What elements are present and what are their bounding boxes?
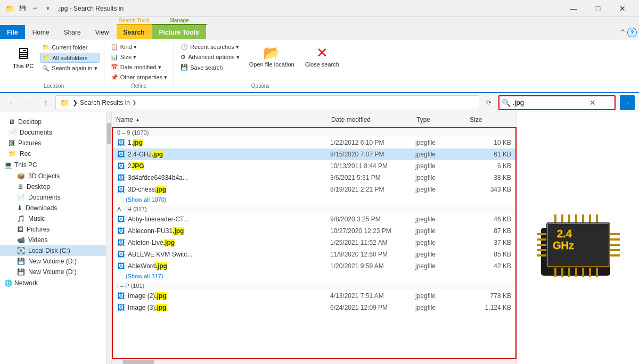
file-icon: 🖼	[117, 303, 125, 312]
file-size: 778 KB	[469, 292, 511, 300]
file-type: jpegfile	[415, 251, 469, 258]
file-name-cell: 🖼 AbleWord.jpg	[117, 262, 330, 270]
address-bar[interactable]: 📁 ❯ Search Results in ❯	[55, 95, 479, 110]
file-date: 9/15/2020 7:07 PM	[330, 151, 415, 158]
table-row[interactable]: 🖼 1.jpg 1/22/2012 6:10 PM jpegfile 10 KB	[113, 137, 515, 148]
undo-icon[interactable]: ↩	[30, 3, 40, 14]
h-scroll-thumb[interactable]	[122, 360, 154, 364]
kind-button[interactable]: 📋 Kind ▾	[109, 43, 170, 52]
sidebar-item-desktop[interactable]: 🖥 Desktop	[0, 117, 106, 127]
size-button[interactable]: 📊 Size ▾	[109, 53, 170, 62]
all-subfolders-button[interactable]: 📁 All subfolders	[40, 53, 100, 63]
table-row[interactable]: 🖼 3D-chess.jpg 8/19/2021 2:21 PM jpegfil…	[113, 184, 515, 195]
file-size: 343 KB	[469, 186, 511, 193]
network-section[interactable]: 🌐 Network	[0, 277, 106, 289]
file-name-text: Abby-finereader-CT...	[128, 216, 189, 223]
sidebar-item-pictures[interactable]: 🖼 Pictures	[0, 138, 106, 148]
size-icon: 📊	[111, 54, 118, 61]
help-icon[interactable]: ?	[627, 28, 637, 37]
table-row[interactable]: 🖼 Ableton-Live.jpg 1/25/2021 11:52 AM jp…	[113, 237, 515, 249]
window-controls[interactable]: — □ ✕	[561, 0, 635, 17]
save-search-button[interactable]: 💾 Save search	[178, 63, 242, 72]
advanced-icon: ⚙	[181, 54, 186, 61]
sidebar-item-rec[interactable]: 📁 Rec	[0, 148, 106, 159]
file-type: jpegfile	[415, 304, 469, 311]
search-again-button[interactable]: 🔍 Search again in ▾	[40, 64, 100, 73]
local-disk-icon: 💽	[17, 247, 25, 254]
table-row[interactable]: 🖼 Image (3).jpg 6/24/2021 12:09 PM jpegf…	[113, 302, 515, 313]
forward-button[interactable]: →	[21, 95, 36, 110]
current-folder-button[interactable]: 📁 Current folder	[40, 43, 100, 52]
sidebar-item-new-volume-d2[interactable]: 💾 New Volume (D:)	[0, 267, 106, 277]
tab-search[interactable]: Search	[117, 25, 152, 39]
column-name[interactable]: Name ▲	[116, 116, 331, 123]
sidebar-scrollbar[interactable]	[106, 112, 112, 364]
table-row[interactable]: 🖼 Image (2).jpg 4/13/2021 7:51 AM jpegfi…	[113, 290, 515, 302]
this-pc-section[interactable]: 💻 This PC	[0, 159, 106, 171]
table-row[interactable]: 🖼 2.4-GHz.jpg 9/15/2020 7:07 PM jpegfile…	[113, 148, 515, 160]
tab-manage[interactable]: Picture Tools	[152, 25, 206, 39]
ribbon-group-location: 🖥 This PC 📁 Current folder 📁 All subfold…	[4, 42, 104, 90]
column-size[interactable]: Size	[470, 116, 512, 123]
refresh-button[interactable]: ⟳	[481, 95, 496, 110]
tab-home[interactable]: Home	[26, 25, 56, 39]
sidebar-item-documents[interactable]: 📄 Documents	[0, 127, 106, 138]
open-file-location-button[interactable]: 📂 Open file location	[246, 43, 298, 70]
file-icon: 🖼	[117, 292, 125, 300]
table-row[interactable]: 🖼 3d4afdce64934b4a... 3/6/2021 5:31 PM j…	[113, 172, 515, 184]
file-icon: 🖼	[117, 215, 125, 224]
show-all-1070[interactable]: (Show all 1070)	[113, 195, 515, 205]
tab-file[interactable]: File	[0, 25, 25, 39]
sidebar-item-pictures-pc[interactable]: 🖼 Pictures	[0, 224, 106, 235]
tab-share[interactable]: Share	[57, 25, 88, 39]
recent-searches-button[interactable]: 🕐 Recent searches ▾	[178, 43, 242, 52]
search-go-button[interactable]: →	[620, 95, 635, 110]
svg-rect-25	[589, 214, 591, 222]
column-date[interactable]: Date modified	[331, 116, 416, 123]
file-icon: 🖼	[117, 250, 125, 259]
up-button[interactable]: ↑	[38, 95, 53, 110]
sidebar-item-3d-objects[interactable]: 📦 3D Objects	[0, 171, 106, 181]
svg-rect-17	[582, 268, 584, 277]
this-pc-icon: 💻	[4, 161, 12, 169]
search-clear-icon[interactable]: ✕	[589, 98, 596, 107]
file-ext-highlight: .jpg	[155, 262, 167, 270]
svg-rect-19	[596, 268, 598, 277]
column-type[interactable]: Type	[416, 116, 470, 123]
horizontal-scrollbar[interactable]	[112, 359, 517, 364]
show-all-317[interactable]: (Show all 317)	[113, 272, 515, 282]
file-date: 1/20/2021 9:59 AM	[330, 262, 415, 270]
advanced-options-button[interactable]: ⚙ Advanced options ▾	[178, 53, 242, 62]
table-row[interactable]: 🖼 ABLEWE KVM Switc... 11/9/2020 12:50 PM…	[113, 249, 515, 260]
table-row[interactable]: 🖼 Ableconn-PU31.jpg 10/27/2020 12:23 PM …	[113, 225, 515, 237]
sidebar-item-local-disk[interactable]: 💽 Local Disk (C:)	[0, 245, 106, 256]
table-row[interactable]: 🖼 2JPG 10/13/2011 8:44 PM jpegfile 6 KB	[113, 160, 515, 172]
sidebar-item-music[interactable]: 🎵 Music	[0, 213, 106, 224]
sidebar-item-desktop-pc[interactable]: 🖥 Desktop	[0, 181, 106, 192]
close-search-icon: ✕	[316, 45, 328, 61]
collapse-icon[interactable]: ⌃	[619, 28, 626, 38]
search-input[interactable]	[513, 98, 587, 106]
svg-rect-7	[537, 254, 546, 257]
open-location-icon: 📂	[263, 45, 280, 61]
date-modified-button[interactable]: 📅 Date modified ▾	[109, 63, 170, 72]
address-path: Search Results in	[80, 99, 130, 106]
this-pc-button[interactable]: 🖥 This PC	[9, 43, 38, 71]
sidebar-scroll-thumb[interactable]	[107, 123, 111, 144]
file-date: 1/25/2021 11:52 AM	[330, 239, 415, 246]
sidebar-item-new-volume-d1[interactable]: 💾 New Volume (D:)	[0, 256, 106, 267]
tab-view[interactable]: View	[88, 25, 116, 39]
dropdown-icon[interactable]: ▼	[43, 3, 53, 14]
other-properties-button[interactable]: 📌 Other properties ▾	[109, 73, 170, 82]
minimize-button[interactable]: —	[561, 0, 586, 17]
table-row[interactable]: 🖼 Abby-finereader-CT... 9/8/2020 3:25 PM…	[113, 213, 515, 225]
sidebar-item-videos[interactable]: 📹 Videos	[0, 235, 106, 245]
close-search-button[interactable]: ✕ Close search	[302, 43, 342, 70]
back-button[interactable]: ←	[4, 95, 19, 110]
sidebar-item-downloads[interactable]: ⬇ Downloads	[0, 203, 106, 213]
maximize-button[interactable]: □	[586, 0, 610, 17]
sidebar-item-documents-pc[interactable]: 📄 Documents	[0, 192, 106, 203]
close-button[interactable]: ✕	[610, 0, 635, 17]
table-row[interactable]: 🖼 AbleWord.jpg 1/20/2021 9:59 AM jpegfil…	[113, 260, 515, 272]
address-dropdown-icon[interactable]: ❯	[132, 100, 136, 105]
